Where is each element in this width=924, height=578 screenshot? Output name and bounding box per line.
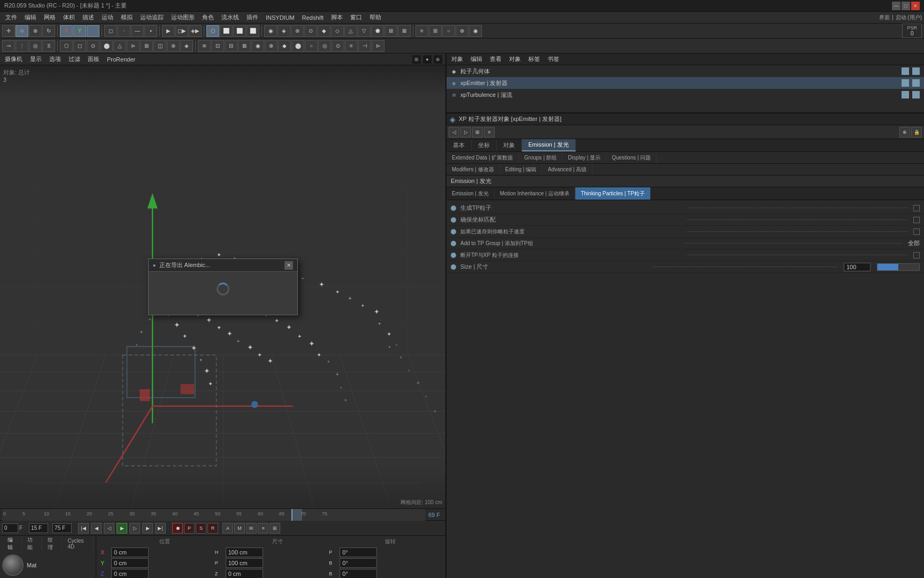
menu-redshift[interactable]: Redshift (299, 13, 327, 22)
obj-toggle-vis-2[interactable] (902, 91, 909, 98)
fx2-btn[interactable]: ⊡ (211, 40, 224, 52)
fx10-btn[interactable]: ◎ (318, 40, 331, 52)
rotate-tool-btn[interactable]: ↻ (42, 25, 55, 37)
prop-dot-size[interactable] (451, 264, 456, 270)
x-size-input[interactable] (226, 547, 263, 557)
top-btn[interactable]: ⬜ (220, 25, 233, 37)
fx1-btn[interactable]: ≋ (198, 40, 211, 52)
axis-y-btn[interactable]: Y (73, 25, 86, 37)
snap4-btn[interactable]: ⧖ (42, 40, 55, 52)
menu-window[interactable]: 窗口 (347, 12, 365, 22)
pt6-btn[interactable]: ◇ (331, 25, 344, 37)
vp-dots-btn[interactable]: ● (423, 55, 432, 64)
prop-checkbox-ignore-vel[interactable] (913, 229, 920, 235)
menu-help[interactable]: 帮助 (366, 12, 384, 22)
obj-toggle-render-1[interactable] (912, 79, 920, 87)
obj-item-0[interactable]: ◆ 粒子几何体 (446, 65, 924, 77)
vp-maximize-btn[interactable]: ⊞ (412, 55, 421, 64)
sub-tab-groups[interactable]: Groups | 群组 (519, 152, 563, 163)
menu-desc[interactable]: 描述 (79, 12, 97, 22)
shape1-btn[interactable]: ⬡ (60, 40, 73, 52)
fx4-btn[interactable]: ⊠ (238, 40, 251, 52)
fx6-btn[interactable]: ⊕ (265, 40, 278, 52)
prev-step-btn[interactable]: ◁ (104, 523, 114, 534)
dialog-close-button[interactable]: ✕ (284, 261, 293, 270)
obj-menu-object[interactable]: 对象 (507, 55, 522, 63)
material-preview[interactable] (2, 554, 24, 576)
shape10-btn[interactable]: ◈ (180, 40, 193, 52)
h-rot-input[interactable] (340, 547, 377, 557)
mode-point-btn[interactable]: · (118, 25, 130, 37)
fx11-btn[interactable]: ⊙ (332, 40, 344, 52)
fx8-btn[interactable]: ⬤ (291, 40, 304, 52)
sub-tab-editing[interactable]: Editing | 编辑 (500, 164, 543, 175)
fx5-btn[interactable]: ◉ (251, 40, 264, 52)
misc2-btn[interactable]: ⊞ (429, 25, 442, 37)
menu-motion[interactable]: 运动 (98, 12, 117, 22)
vp-panel-menu[interactable]: 面板 (86, 55, 101, 63)
pt7-btn[interactable]: △ (344, 25, 357, 37)
fx7-btn[interactable]: ◆ (278, 40, 291, 52)
fx3-btn[interactable]: ⊟ (225, 40, 237, 52)
vp-camera-menu[interactable]: 摄像机 (3, 55, 24, 63)
maximize-button[interactable]: □ (902, 2, 910, 10)
props-tool-3[interactable]: ⊞ (472, 127, 483, 138)
pt4-btn[interactable]: ⊙ (304, 25, 317, 37)
props-tool-lock[interactable]: 🔒 (911, 127, 922, 138)
obj-item-2[interactable]: ≋ xpTurbulence | 湍流 (446, 89, 924, 101)
misc4-btn[interactable]: ⊕ (456, 25, 468, 37)
mode-poly-btn[interactable]: ▪ (144, 25, 157, 37)
menu-character[interactable]: 角色 (199, 12, 217, 22)
obj-toggle-render-2[interactable] (912, 91, 920, 98)
obj-menu-tag[interactable]: 标签 (527, 55, 542, 63)
persp-btn[interactable]: ⬡ (206, 25, 219, 37)
fx12-btn[interactable]: ≡ (345, 40, 358, 52)
prop-dot-tp-group[interactable] (451, 241, 456, 246)
obj-item-1[interactable]: ◈ xpEmitter | 发射器 (446, 77, 924, 89)
timeline-btn[interactable]: ⊞ (270, 523, 280, 534)
play-btn[interactable]: ▶ (117, 523, 127, 534)
menu-sim[interactable]: 模拟 (118, 12, 136, 22)
ik-btn[interactable]: IK (246, 523, 257, 534)
misc3-btn[interactable]: ○ (442, 25, 455, 37)
prop-input-size[interactable] (844, 263, 871, 271)
minimize-button[interactable]: — (892, 2, 900, 10)
go-start-btn[interactable]: |◀ (78, 523, 89, 534)
prop-dot-match-coords[interactable] (451, 217, 456, 223)
scale-tool-btn[interactable]: ⊕ (29, 25, 42, 37)
mode-edge-btn[interactable]: — (131, 25, 144, 37)
select-tool-btn[interactable]: ✛ (2, 25, 15, 37)
vp-display-menu[interactable]: 显示 (28, 55, 43, 63)
tab-emission[interactable]: Emission | 发光 (522, 139, 576, 151)
props-tool-4[interactable]: ≡ (484, 127, 495, 138)
x-pos-input[interactable] (111, 547, 149, 557)
bottom-tab-edit[interactable]: 编辑 (2, 536, 22, 551)
props-tool-1[interactable]: ◁ (449, 127, 459, 138)
z-pos-input[interactable] (111, 569, 149, 578)
render-btn[interactable]: ▶ (162, 25, 175, 37)
inner-tab-motion[interactable]: Motion Inheritance | 运动继承 (495, 187, 575, 200)
prop-dot-generate-tp[interactable] (451, 206, 456, 211)
next-frame-btn[interactable]: ▶ (142, 523, 153, 534)
shape4-btn[interactable]: ⬤ (100, 40, 113, 52)
prop-dot-ignore-vel[interactable] (451, 229, 456, 234)
prop-checkbox-match-coords[interactable] (913, 217, 920, 223)
p-rot-input[interactable] (340, 558, 377, 568)
move-tool-btn[interactable]: ⊹ (16, 25, 28, 37)
fx9-btn[interactable]: ○ (305, 40, 318, 52)
z-size-input[interactable] (226, 569, 263, 578)
anim-layers-btn[interactable]: ≡ (258, 523, 268, 534)
close-button[interactable]: ✕ (911, 2, 920, 10)
timeline-ruler[interactable]: 0 5 10 15 20 25 30 35 40 45 50 55 60 65 … (2, 509, 425, 521)
bottom-tab-tex[interactable]: 纹理 (42, 536, 62, 551)
tab-basic[interactable]: 基本 (446, 139, 472, 151)
menu-plugin[interactable]: 插件 (243, 12, 261, 22)
render-view-btn[interactable]: ◈▶ (189, 25, 202, 37)
sub-tab-questions[interactable]: Questions | 问题 (606, 152, 657, 163)
tab-coord[interactable]: 坐标 (472, 139, 497, 151)
prev-frame-btn[interactable]: ◀ (91, 523, 102, 534)
menu-mesh[interactable]: 网格 (41, 12, 59, 22)
obj-menu-view[interactable]: 查看 (488, 55, 503, 63)
y-pos-input[interactable] (111, 558, 149, 568)
prop-dot-disconnect-tp[interactable] (451, 253, 456, 258)
